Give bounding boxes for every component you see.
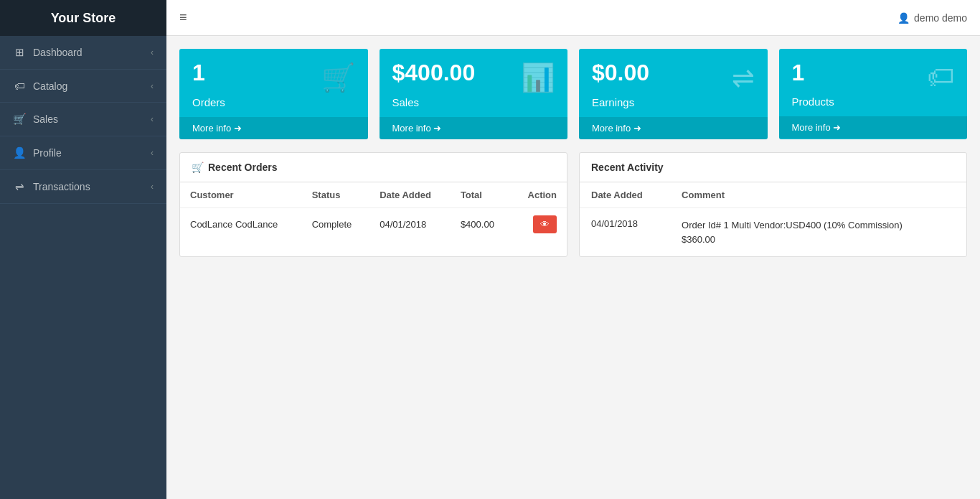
sales-label: Sales <box>392 96 555 108</box>
stat-card-earnings[interactable]: $0.00 ⇌ Earnings More info ➜ <box>579 49 768 139</box>
orders-number: 1 <box>192 60 205 85</box>
chevron-icon-catalog: ‹ <box>151 81 154 91</box>
col-total: Total <box>451 182 512 208</box>
cart-icon: 🛒 <box>192 162 204 173</box>
sidebar-item-label-sales: Sales <box>33 113 58 125</box>
activity-table: Date Added Comment 04/01/2018 Order Id# … <box>580 182 966 256</box>
products-more-info[interactable]: More info ➜ <box>779 116 968 139</box>
sidebar-item-sales[interactable]: 🛒 Sales ‹ <box>0 103 166 136</box>
transactions-icon: ⇌ <box>13 180 26 193</box>
user-label: demo demo <box>914 12 967 24</box>
sales-icon: 🛒 <box>13 113 26 126</box>
order-status: Complete <box>302 208 370 241</box>
order-action: 👁 <box>512 208 567 241</box>
orders-label: Orders <box>192 96 355 108</box>
products-number: 1 <box>792 60 805 85</box>
col-status: Status <box>302 182 370 208</box>
recent-orders-header: 🛒 Recent Orders <box>180 153 567 182</box>
col-customer: Customer <box>180 182 302 208</box>
recent-orders-body: Customer Status Date Added Total Action … <box>180 182 567 241</box>
order-customer: CodLance CodLance <box>180 208 302 241</box>
sidebar-item-label-transactions: Transactions <box>33 181 90 192</box>
page-content: 1 🛒 Orders More info ➜ $400.00 📊 Sales M… <box>166 36 980 499</box>
recent-activity-title: Recent Activity <box>591 162 664 173</box>
sales-number: $400.00 <box>392 60 476 85</box>
dashboard-icon: ⊞ <box>13 46 26 59</box>
table-row: CodLance CodLance Complete 04/01/2018 $4… <box>180 208 567 241</box>
sidebar-item-label-dashboard: Dashboard <box>33 47 83 58</box>
orders-more-info[interactable]: More info ➜ <box>179 117 368 139</box>
sidebar: Your Store ⊞ Dashboard ‹ 🏷 Catalog ‹ 🛒 S… <box>0 0 166 499</box>
recent-activity-panel: Recent Activity Date Added Comment 04/01… <box>579 152 967 257</box>
orders-table: Customer Status Date Added Total Action … <box>180 182 567 241</box>
order-total: $400.00 <box>451 208 512 241</box>
activity-comment: Order Id# 1 Multi Vendor:USD400 (10% Com… <box>670 208 966 257</box>
order-date: 04/01/2018 <box>369 208 451 241</box>
sales-footer-text: More info ➜ <box>392 123 442 134</box>
hamburger-icon: ≡ <box>179 10 187 24</box>
activity-col-date: Date Added <box>580 182 670 208</box>
chevron-icon-sales: ‹ <box>151 114 154 124</box>
stat-card-sales[interactable]: $400.00 📊 Sales More info ➜ <box>380 49 568 139</box>
earnings-number: $0.00 <box>592 60 649 85</box>
recent-orders-panel: 🛒 Recent Orders Customer Status Date Add… <box>179 152 567 257</box>
view-order-button[interactable]: 👁 <box>533 215 557 233</box>
profile-icon: 👤 <box>13 146 26 159</box>
earnings-footer-text: More info ➜ <box>592 123 641 134</box>
activity-date: 04/01/2018 <box>580 208 670 257</box>
products-label: Products <box>792 95 955 108</box>
sales-more-info[interactable]: More info ➜ <box>380 117 568 139</box>
sidebar-item-catalog[interactable]: 🏷 Catalog ‹ <box>0 70 166 103</box>
stats-row: 1 🛒 Orders More info ➜ $400.00 📊 Sales M… <box>179 49 967 139</box>
recent-activity-body: Date Added Comment 04/01/2018 Order Id# … <box>580 182 966 256</box>
stat-card-orders[interactable]: 1 🛒 Orders More info ➜ <box>179 49 368 139</box>
orders-icon: 🛒 <box>321 62 355 93</box>
activity-col-comment: Comment <box>670 182 966 208</box>
products-icon: 🏷 <box>927 62 954 93</box>
orders-footer-text: More info ➜ <box>192 123 242 134</box>
sidebar-item-dashboard[interactable]: ⊞ Dashboard ‹ <box>0 36 166 70</box>
recent-activity-header: Recent Activity <box>580 153 966 182</box>
earnings-icon: ⇌ <box>732 62 755 93</box>
bottom-row: 🛒 Recent Orders Customer Status Date Add… <box>179 152 967 257</box>
topbar-user[interactable]: 👤 demo demo <box>897 12 967 24</box>
stat-card-products[interactable]: 1 🏷 Products More info ➜ <box>779 49 968 139</box>
col-action: Action <box>512 182 567 208</box>
chevron-icon-dashboard: ‹ <box>151 47 154 57</box>
topbar: ≡ 👤 demo demo <box>166 0 980 36</box>
sidebar-item-label-catalog: Catalog <box>33 80 67 92</box>
sidebar-item-profile[interactable]: 👤 Profile ‹ <box>0 136 166 170</box>
sidebar-item-transactions[interactable]: ⇌ Transactions ‹ <box>0 170 166 204</box>
catalog-icon: 🏷 <box>13 80 26 92</box>
earnings-label: Earnings <box>592 96 755 108</box>
recent-orders-title: Recent Orders <box>208 162 277 173</box>
chevron-icon-transactions: ‹ <box>151 182 154 192</box>
earnings-more-info[interactable]: More info ➜ <box>579 117 768 139</box>
products-footer-text: More info ➜ <box>792 122 842 133</box>
list-item: 04/01/2018 Order Id# 1 Multi Vendor:USD4… <box>580 208 966 257</box>
sidebar-title[interactable]: Your Store <box>0 0 166 36</box>
user-icon: 👤 <box>897 12 910 24</box>
sidebar-item-label-profile: Profile <box>33 147 62 159</box>
menu-toggle-button[interactable]: ≡ <box>179 10 187 25</box>
chevron-icon-profile: ‹ <box>151 148 154 158</box>
sales-icon: 📊 <box>521 62 555 93</box>
col-date: Date Added <box>369 182 451 208</box>
main-content: ≡ 👤 demo demo 1 🛒 Orders More info ➜ <box>166 0 980 499</box>
